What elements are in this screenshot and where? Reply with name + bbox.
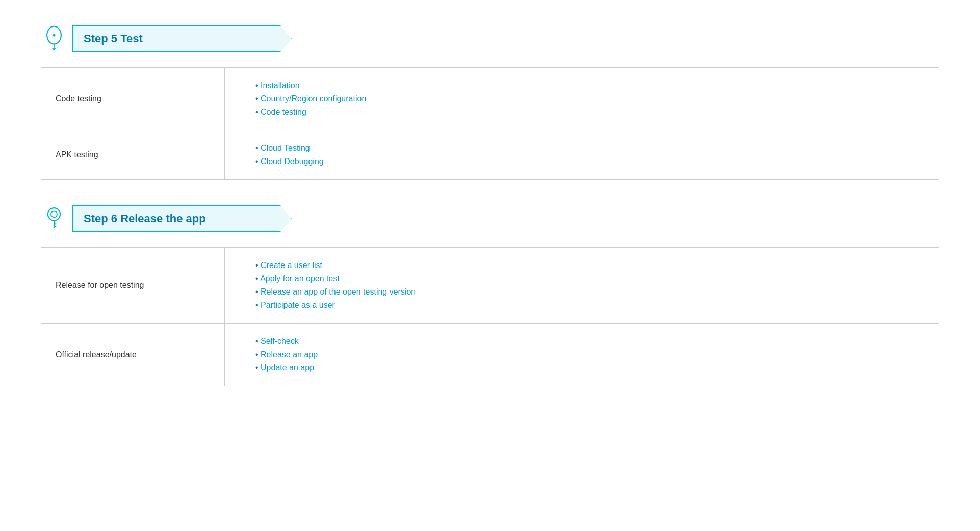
- step6-arrow: Step 6 Release the app: [72, 205, 292, 232]
- link[interactable]: Apply for an open test: [260, 274, 340, 283]
- link[interactable]: Self-check: [261, 337, 299, 346]
- list-item: Release an app: [255, 348, 924, 361]
- list-item: Participate as a user: [255, 299, 924, 312]
- link[interactable]: Code testing: [261, 108, 306, 116]
- list-item: Self-check: [255, 335, 924, 348]
- svg-point-1: [53, 34, 55, 36]
- row-category: Code testing: [41, 68, 225, 130]
- row-links: Cloud TestingCloud Debugging: [225, 130, 939, 180]
- row-links: Self-checkRelease an appUpdate an app: [225, 324, 939, 386]
- row-links: InstallationCountry/Region configuration…: [225, 68, 939, 130]
- balloon-icon: [41, 25, 67, 52]
- table-row: Code testingInstallationCountry/Region c…: [41, 68, 939, 130]
- step5-label: Step 5 Test: [84, 32, 143, 45]
- link[interactable]: Participate as a user: [261, 301, 335, 309]
- step6-label: Step 6 Release the app: [84, 212, 206, 225]
- row-category: APK testing: [41, 130, 225, 180]
- step5-table: Code testingInstallationCountry/Region c…: [41, 67, 939, 180]
- list-item: Code testing: [255, 105, 924, 119]
- row-links: Create a user listApply for an open test…: [225, 248, 939, 324]
- step5-header: Step 5 Test: [41, 25, 939, 52]
- key-icon: [41, 205, 67, 232]
- list-item: Release an app of the open testing versi…: [255, 285, 924, 299]
- table-row: Release for open testingCreate a user li…: [41, 248, 939, 324]
- svg-point-4: [53, 49, 55, 50]
- list-item: Apply for an open test: [255, 272, 924, 285]
- svg-point-5: [48, 208, 60, 220]
- list-item: Country/Region configuration: [255, 92, 924, 105]
- list-item: Cloud Debugging: [255, 155, 924, 168]
- link[interactable]: Country/Region configuration: [261, 94, 366, 103]
- step5-arrow: Step 5 Test: [72, 25, 292, 52]
- link[interactable]: Release an app: [261, 350, 318, 359]
- step6-header: Step 6 Release the app: [41, 205, 939, 232]
- link[interactable]: Update an app: [261, 363, 314, 372]
- list-item: Create a user list: [255, 259, 924, 272]
- link[interactable]: Create a user list: [261, 261, 322, 270]
- list-item: Update an app: [255, 361, 924, 375]
- step6-table: Release for open testingCreate a user li…: [41, 247, 939, 386]
- row-category: Release for open testing: [41, 248, 225, 324]
- list-item: Cloud Testing: [255, 142, 924, 155]
- table-row: Official release/updateSelf-checkRelease…: [41, 324, 939, 386]
- row-category: Official release/update: [41, 324, 225, 386]
- list-item: Installation: [255, 79, 924, 92]
- table-row: APK testingCloud TestingCloud Debugging: [41, 130, 939, 180]
- link[interactable]: Release an app of the open testing versi…: [261, 287, 416, 296]
- svg-point-6: [51, 211, 57, 217]
- link[interactable]: Cloud Debugging: [261, 157, 324, 166]
- link[interactable]: Installation: [261, 81, 300, 90]
- link[interactable]: Cloud Testing: [261, 144, 310, 152]
